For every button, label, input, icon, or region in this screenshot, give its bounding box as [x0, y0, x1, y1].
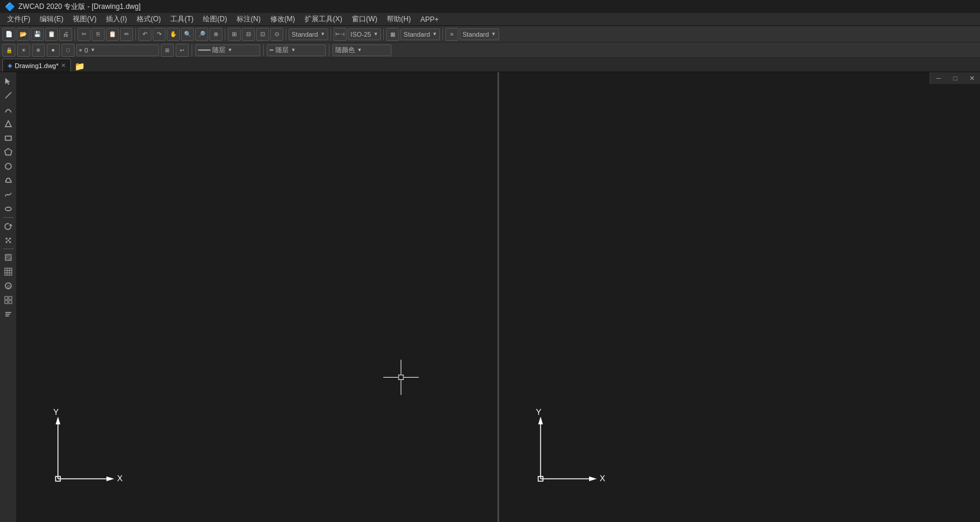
linetype-dropdown[interactable]: ━━━━ 随层 ▼: [195, 44, 260, 56]
open-button[interactable]: 📂: [17, 28, 30, 41]
viewport-right[interactable]: X Y ─ □ ✕: [499, 72, 980, 522]
toolbar-row2: 🔒 ☀ ❄ ■ □ ■ 0 ▼ ⊞ ↩ ━━━━ 随层 ▼ ━ 随层 ▼ 随颜色…: [0, 43, 980, 58]
svg-rect-19: [5, 268, 12, 275]
tab-drawing1[interactable]: ◈ Drawing1.dwg* ✕: [2, 59, 71, 72]
svg-marker-46: [538, 417, 543, 424]
hatch-tool-btn[interactable]: [2, 251, 15, 264]
svg-text:⊙: ⊙: [6, 284, 10, 289]
spline-tool-btn[interactable]: [2, 188, 15, 201]
layer-freeze-icon: ❄: [32, 44, 45, 57]
osnap-button[interactable]: ⊙: [270, 28, 283, 41]
menu-help[interactable]: 帮助(H): [382, 13, 416, 25]
tab-new-button[interactable]: 📁: [73, 61, 86, 72]
text-style-label: Standard: [292, 31, 318, 38]
menu-modify[interactable]: 修改(M): [266, 13, 300, 25]
view2-button[interactable]: ⊟: [242, 28, 255, 41]
dim-style-label: ISO-25: [351, 31, 371, 38]
plot-button[interactable]: 🖨: [59, 28, 72, 41]
field-tool-btn[interactable]: ⊙: [2, 279, 15, 292]
svg-text:Y: Y: [536, 407, 542, 417]
menu-extend[interactable]: 扩展工具(X): [300, 13, 347, 25]
save-button[interactable]: 💾: [31, 28, 44, 41]
cut-button[interactable]: ✂: [77, 28, 90, 41]
polygon-tool-btn[interactable]: [2, 146, 15, 159]
menu-format[interactable]: 格式(O): [132, 13, 166, 25]
main-area: ⊙: [0, 72, 980, 522]
inner-window-controls: ─ □ ✕: [930, 72, 980, 84]
menu-app[interactable]: APP+: [416, 14, 444, 25]
redo-button[interactable]: ↷: [153, 28, 166, 41]
new-button[interactable]: 📄: [2, 28, 15, 41]
zoom3-button[interactable]: ⊕: [209, 28, 222, 41]
app-icon: 🔷: [5, 2, 15, 11]
menu-draw[interactable]: 绘图(D): [198, 13, 232, 25]
dim-style-dropdown[interactable]: ISO-25 ▼: [348, 28, 381, 40]
lineweight-pattern: ━: [270, 47, 273, 53]
rect-tool-btn[interactable]: [2, 131, 15, 144]
zoom-button[interactable]: 🔍: [181, 28, 194, 41]
menu-dimension[interactable]: 标注(N): [232, 13, 266, 25]
svg-line-18: [11, 260, 11, 260]
layer-previous-btn[interactable]: ↩: [176, 44, 189, 57]
select-tool-btn[interactable]: [2, 75, 15, 88]
view3-button[interactable]: ⊡: [256, 28, 269, 41]
layer-sun-icon: ☀: [17, 44, 30, 57]
text-tool-btn[interactable]: [2, 308, 15, 321]
block-tool-btn[interactable]: [2, 294, 15, 307]
pan-button[interactable]: ✋: [167, 28, 180, 41]
text-style-dropdown[interactable]: Standard ▼: [289, 28, 328, 40]
svg-point-9: [5, 241, 7, 243]
svg-rect-26: [5, 297, 8, 299]
table-style-dropdown[interactable]: Standard ▼: [400, 28, 440, 40]
ellipse-tool-btn[interactable]: [2, 202, 15, 215]
inner-minimize-button[interactable]: ─: [930, 72, 947, 84]
lineweight-dropdown[interactable]: ━ 随层 ▼: [267, 44, 326, 56]
svg-point-8: [9, 238, 11, 240]
sep7: [442, 28, 443, 40]
sep1: [75, 28, 75, 40]
layer-icon: ≡: [445, 28, 458, 41]
color-dropdown[interactable]: 随颜色 ▼: [332, 44, 392, 56]
paste-button[interactable]: 📋: [106, 28, 119, 41]
viewport-left[interactable]: X Y: [17, 72, 497, 522]
table-icon: ▦: [386, 28, 399, 41]
menu-edit[interactable]: 编辑(E): [35, 13, 68, 25]
undo-button[interactable]: ↶: [138, 28, 151, 41]
table-tool-btn[interactable]: [2, 265, 15, 278]
triangle-tool-btn[interactable]: [2, 117, 15, 130]
sep2: [135, 28, 136, 40]
inner-close-button[interactable]: ✕: [963, 72, 980, 84]
layer-line-icon: □: [62, 44, 75, 57]
points-tool-btn[interactable]: [2, 234, 15, 247]
menu-tools[interactable]: 工具(T): [166, 13, 198, 25]
layer-state-icon: 🔒: [2, 44, 15, 57]
left-toolbar: ⊙: [0, 72, 17, 522]
line-tool-btn[interactable]: [2, 89, 15, 102]
menu-insert[interactable]: 插入(I): [101, 13, 131, 25]
save-as-button[interactable]: 📋: [45, 28, 58, 41]
layer-name: 0: [85, 47, 88, 54]
zoom2-button[interactable]: 🔎: [195, 28, 208, 41]
inner-restore-button[interactable]: □: [947, 72, 963, 84]
cloud-tool-btn[interactable]: [2, 174, 15, 187]
circle-tool-btn[interactable]: [2, 160, 15, 173]
svg-marker-36: [106, 476, 114, 481]
matchprop-button[interactable]: ✏: [120, 28, 133, 41]
layer-style-dropdown[interactable]: Standard ▼: [460, 28, 499, 40]
copy-button[interactable]: ⎘: [92, 28, 105, 41]
menu-file[interactable]: 文件(F): [2, 13, 35, 25]
menu-view[interactable]: 视图(V): [68, 13, 101, 25]
sep5: [331, 28, 331, 40]
menu-window[interactable]: 窗口(W): [347, 13, 382, 25]
rotate-tool-btn[interactable]: [2, 220, 15, 233]
svg-line-0: [5, 92, 11, 98]
arc-tool-btn[interactable]: [2, 103, 15, 116]
view1-button[interactable]: ⊞: [228, 28, 241, 41]
svg-line-14: [5, 254, 9, 258]
svg-marker-48: [589, 476, 597, 481]
layer-dropdown[interactable]: ■ 0 ▼: [76, 44, 159, 56]
sep6: [383, 28, 384, 40]
layer-manager-btn[interactable]: ⊞: [161, 44, 174, 57]
tab-close-button[interactable]: ✕: [61, 62, 66, 69]
coord-axis-left: X Y: [34, 402, 129, 498]
